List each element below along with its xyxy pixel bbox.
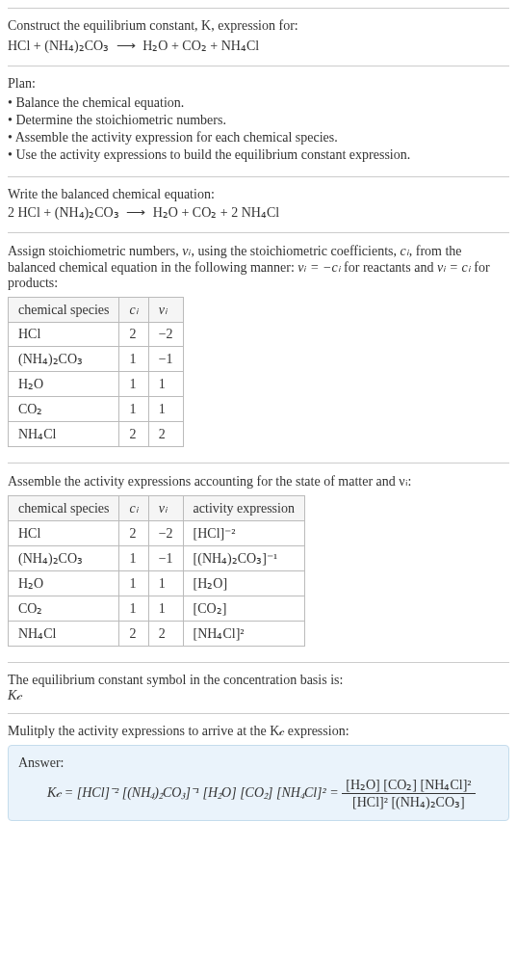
- activity-table: chemical species cᵢ νᵢ activity expressi…: [8, 495, 305, 647]
- cell-expr: [H₂O]: [183, 571, 304, 596]
- cell-expr: [CO₂]: [183, 596, 304, 622]
- symbol-section: The equilibrium constant symbol in the c…: [8, 662, 509, 713]
- cell-nu: −1: [148, 347, 183, 372]
- symbol-desc: The equilibrium constant symbol in the c…: [8, 673, 509, 688]
- c-symbol: cᵢ: [401, 244, 409, 258]
- table-row: CO₂ 1 1: [9, 397, 184, 422]
- cell-nu: −1: [148, 546, 183, 571]
- col-nu: νᵢ: [148, 298, 183, 323]
- table-header-row: chemical species cᵢ νᵢ activity expressi…: [9, 496, 305, 521]
- cell-c: 2: [119, 422, 148, 447]
- table-row: (NH₄)₂CO₃ 1 −1 [(NH₄)₂CO₃]⁻¹: [9, 546, 305, 571]
- col-c: cᵢ: [119, 298, 148, 323]
- eq-reactants: νᵢ = −cᵢ: [297, 260, 340, 275]
- cell-species: NH₄Cl: [9, 422, 119, 447]
- cell-c: 2: [119, 521, 148, 546]
- col-expr: activity expression: [183, 496, 304, 521]
- answer-box: Answer: K𝒸 = [HCl]⁻² [(NH₄)₂CO₃]⁻¹ [H₂O]…: [8, 745, 509, 821]
- answer-label: Answer:: [18, 755, 499, 771]
- cell-c: 1: [119, 347, 148, 372]
- intro-section: Construct the equilibrium constant, K, e…: [8, 8, 509, 66]
- cell-nu: 2: [148, 622, 183, 647]
- cell-c: 1: [119, 546, 148, 571]
- plan-title: Plan:: [8, 76, 509, 92]
- activity-desc: Assemble the activity expressions accoun…: [8, 473, 509, 490]
- desc-text: , using the stoichiometric coefficients,: [191, 244, 400, 258]
- unbalanced-equation: HCl + (NH₄)₂CO₃ ⟶ H₂O + CO₂ + NH₄Cl: [8, 38, 509, 54]
- denominator: [HCl]² [(NH₄)₂CO₃]: [342, 794, 475, 810]
- cell-nu: −2: [148, 323, 183, 347]
- cell-nu: 1: [148, 372, 183, 397]
- cell-species: H₂O: [9, 372, 119, 397]
- cell-nu: 1: [148, 397, 183, 422]
- plan-item: • Use the activity expressions to build …: [8, 147, 509, 163]
- desc-text: for reactants and: [341, 260, 437, 275]
- cell-c: 1: [119, 372, 148, 397]
- plan-item: • Determine the stoichiometric numbers.: [8, 113, 509, 128]
- table-row: HCl 2 −2 [HCl]⁻²: [9, 521, 305, 546]
- cell-species: HCl: [9, 323, 119, 347]
- cell-c: 1: [119, 571, 148, 596]
- kc-expression: K𝒸 = [HCl]⁻² [(NH₄)₂CO₃]⁻¹ [H₂O] [CO₂] […: [18, 777, 499, 810]
- numerator: [H₂O] [CO₂] [NH₄Cl]²: [342, 777, 475, 794]
- eq-left: HCl + (NH₄)₂CO₃: [8, 39, 109, 53]
- col-c: cᵢ: [119, 496, 148, 521]
- table-row: NH₄Cl 2 2 [NH₄Cl]²: [9, 622, 305, 647]
- cell-c: 2: [119, 622, 148, 647]
- eq-right: H₂O + CO₂ + NH₄Cl: [142, 39, 259, 53]
- eq-left: 2 HCl + (NH₄)₂CO₃: [8, 205, 119, 220]
- plan-section: Plan: • Balance the chemical equation. •…: [8, 66, 509, 176]
- balanced-equation: 2 HCl + (NH₄)₂CO₃ ⟶ H₂O + CO₂ + 2 NH₄Cl: [8, 204, 509, 221]
- arrow-icon: ⟶: [116, 39, 136, 53]
- intro-text: Construct the equilibrium constant, K, e…: [8, 18, 298, 33]
- cell-c: 1: [119, 397, 148, 422]
- col-species: chemical species: [9, 496, 119, 521]
- stoich-desc: Assign stoichiometric numbers, νᵢ, using…: [8, 243, 509, 291]
- cell-nu: −2: [148, 521, 183, 546]
- cell-species: HCl: [9, 521, 119, 546]
- balanced-section: Write the balanced chemical equation: 2 …: [8, 176, 509, 232]
- table-row: H₂O 1 1 [H₂O]: [9, 571, 305, 596]
- cell-species: NH₄Cl: [9, 622, 119, 647]
- table-row: HCl 2 −2: [9, 323, 184, 347]
- table-row: (NH₄)₂CO₃ 1 −1: [9, 347, 184, 372]
- stoich-section: Assign stoichiometric numbers, νᵢ, using…: [8, 232, 509, 463]
- eq-products: νᵢ = cᵢ: [437, 260, 471, 275]
- cell-nu: 1: [148, 596, 183, 622]
- col-species: chemical species: [9, 298, 119, 323]
- arrow-icon: ⟶: [126, 205, 145, 220]
- plan-item: • Balance the chemical equation.: [8, 95, 509, 111]
- cell-species: (NH₄)₂CO₃: [9, 347, 119, 372]
- fraction: [H₂O] [CO₂] [NH₄Cl]² [HCl]² [(NH₄)₂CO₃]: [342, 777, 475, 810]
- cell-species: CO₂: [9, 596, 119, 622]
- eq-right: H₂O + CO₂ + 2 NH₄Cl: [153, 205, 279, 220]
- plan-item: • Assemble the activity expression for e…: [8, 130, 509, 146]
- desc-text: Assign stoichiometric numbers,: [8, 244, 182, 258]
- cell-expr: [HCl]⁻²: [183, 521, 304, 546]
- kc-lhs: K𝒸 = [HCl]⁻² [(NH₄)₂CO₃]⁻¹ [H₂O] [CO₂] […: [47, 785, 342, 800]
- cell-nu: 2: [148, 422, 183, 447]
- table-row: H₂O 1 1: [9, 372, 184, 397]
- cell-c: 2: [119, 323, 148, 347]
- table-header-row: chemical species cᵢ νᵢ: [9, 298, 184, 323]
- cell-nu: 1: [148, 571, 183, 596]
- cell-expr: [NH₄Cl]²: [183, 622, 304, 647]
- cell-species: CO₂: [9, 397, 119, 422]
- cell-species: H₂O: [9, 571, 119, 596]
- cell-species: (NH₄)₂CO₃: [9, 546, 119, 571]
- table-row: NH₄Cl 2 2: [9, 422, 184, 447]
- col-nu: νᵢ: [148, 496, 183, 521]
- final-section: Mulitply the activity expressions to arr…: [8, 713, 509, 831]
- balanced-title: Write the balanced chemical equation:: [8, 187, 509, 202]
- plan-list: • Balance the chemical equation. • Deter…: [8, 95, 509, 163]
- cell-c: 1: [119, 596, 148, 622]
- cell-expr: [(NH₄)₂CO₃]⁻¹: [183, 546, 304, 571]
- stoich-table: chemical species cᵢ νᵢ HCl 2 −2 (NH₄)₂CO…: [8, 297, 184, 447]
- final-desc: Mulitply the activity expressions to arr…: [8, 724, 509, 739]
- activity-section: Assemble the activity expressions accoun…: [8, 463, 509, 662]
- intro-line: Construct the equilibrium constant, K, e…: [8, 18, 509, 34]
- table-row: CO₂ 1 1 [CO₂]: [9, 596, 305, 622]
- kc-symbol: K𝒸: [8, 688, 509, 703]
